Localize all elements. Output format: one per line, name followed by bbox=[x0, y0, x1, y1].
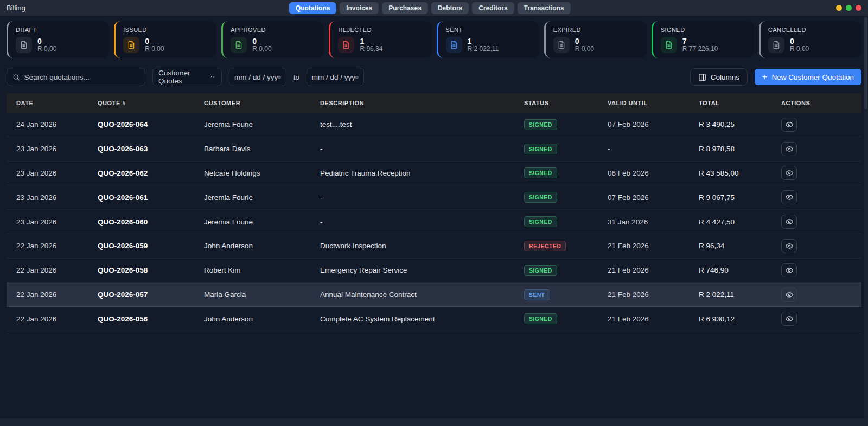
summary-card-count: 1 bbox=[360, 37, 382, 46]
quote-type-select[interactable]: Customer Quotes bbox=[152, 68, 222, 86]
eye-icon bbox=[786, 291, 793, 299]
status-doc-icon bbox=[338, 37, 354, 53]
window-button-maximize[interactable] bbox=[846, 5, 852, 11]
vertical-scrollbar[interactable] bbox=[864, 16, 868, 418]
view-quotation-button[interactable] bbox=[781, 239, 797, 253]
cell-valid-until: 21 Feb 2026 bbox=[599, 315, 690, 323]
cell-valid-until: 07 Feb 2026 bbox=[599, 193, 690, 202]
summary-card-label: SENT bbox=[446, 27, 532, 33]
tab-debtors[interactable]: Debtors bbox=[431, 2, 469, 14]
summary-card-amount: R 77 226,10 bbox=[682, 46, 718, 53]
table-row[interactable]: 22 Jan 2026 QUO-2026-057 Maria Garcia An… bbox=[7, 283, 861, 307]
summary-card-amount: R 0,00 bbox=[575, 46, 594, 53]
status-doc-icon bbox=[231, 37, 247, 53]
cell-date: 22 Jan 2026 bbox=[7, 242, 89, 250]
cell-total: R 43 585,00 bbox=[690, 169, 773, 177]
tab-invoices[interactable]: Invoices bbox=[340, 2, 379, 14]
summary-card-label: CANCELLED bbox=[768, 27, 854, 33]
table-row[interactable]: 23 Jan 2026 QUO-2026-062 Netcare Holding… bbox=[7, 162, 861, 186]
date-from-input[interactable]: mm / dd / yyy bbox=[229, 68, 286, 86]
plus-icon: + bbox=[762, 73, 767, 81]
status-badge: SIGNED bbox=[524, 144, 557, 154]
table-row[interactable]: 23 Jan 2026 QUO-2026-063 Barbara Davis -… bbox=[7, 137, 861, 162]
status-badge: SIGNED bbox=[524, 119, 557, 130]
summary-card-expired[interactable]: EXPIRED 0 R 0,00 bbox=[544, 21, 647, 58]
columns-button[interactable]: Columns bbox=[690, 68, 748, 86]
cell-customer: Jeremia Fourie bbox=[195, 120, 311, 128]
cell-valid-until: 06 Feb 2026 bbox=[599, 169, 690, 177]
horizontal-scrollbar[interactable] bbox=[0, 418, 868, 426]
cell-valid-until: - bbox=[599, 145, 690, 153]
cell-date: 23 Jan 2026 bbox=[7, 145, 89, 153]
summary-card-cancelled[interactable]: CANCELLED 0 R 0,00 bbox=[759, 21, 861, 58]
vertical-scrollbar-thumb[interactable] bbox=[864, 17, 867, 109]
table-row[interactable]: 24 Jan 2026 QUO-2026-064 Jeremia Fourie … bbox=[7, 113, 861, 137]
cell-valid-until: 21 Feb 2026 bbox=[599, 291, 690, 299]
summary-card-sent[interactable]: SENT 1 R 2 022,11 bbox=[437, 21, 539, 58]
view-quotation-button[interactable] bbox=[781, 288, 797, 302]
status-badge: SIGNED bbox=[524, 167, 557, 178]
table-row[interactable]: 22 Jan 2026 QUO-2026-058 Robert Kim Emer… bbox=[7, 259, 861, 283]
window-button-minimize[interactable] bbox=[836, 5, 842, 11]
cell-customer: Jeremia Fourie bbox=[195, 218, 311, 226]
cell-total: R 3 490,25 bbox=[690, 120, 773, 128]
search-box[interactable] bbox=[7, 68, 145, 86]
summary-card-amount: R 0,00 bbox=[252, 46, 271, 53]
summary-card-signed[interactable]: SIGNED 7 R 77 226,10 bbox=[652, 21, 754, 58]
table-row[interactable]: 23 Jan 2026 QUO-2026-061 Jeremia Fourie … bbox=[7, 185, 861, 210]
status-doc-icon bbox=[16, 37, 32, 53]
nav-tabs: QuotationsInvoicesPurchasesDebtorsCredit… bbox=[289, 2, 571, 14]
table-row[interactable]: 23 Jan 2026 QUO-2026-060 Jeremia Fourie … bbox=[7, 210, 861, 234]
eye-icon bbox=[786, 242, 793, 250]
tab-creditors[interactable]: Creditors bbox=[472, 2, 514, 14]
cell-total: R 8 978,58 bbox=[690, 145, 773, 153]
view-quotation-button[interactable] bbox=[781, 215, 797, 229]
table-row[interactable]: 22 Jan 2026 QUO-2026-056 John Anderson C… bbox=[7, 307, 861, 331]
summary-card-approved[interactable]: APPROVED 0 R 0,00 bbox=[221, 21, 324, 58]
cell-total: R 2 022,11 bbox=[690, 291, 773, 299]
summary-card-issued[interactable]: ISSUED 0 R 0,00 bbox=[114, 21, 216, 58]
summary-card-rejected[interactable]: REJECTED 1 R 96,34 bbox=[329, 21, 431, 58]
summary-card-label: DRAFT bbox=[16, 27, 101, 33]
search-input[interactable] bbox=[24, 73, 139, 81]
view-quotation-button[interactable] bbox=[781, 190, 797, 204]
tab-transactions[interactable]: Transactions bbox=[518, 2, 571, 14]
view-quotation-button[interactable] bbox=[781, 166, 797, 180]
cell-description: Complete AC System Replacement bbox=[311, 315, 515, 323]
view-quotation-button[interactable] bbox=[781, 142, 797, 156]
eye-icon bbox=[786, 267, 793, 274]
summary-card-count: 0 bbox=[252, 37, 271, 46]
cell-quote-number: QUO-2026-061 bbox=[89, 193, 195, 202]
view-quotation-button[interactable] bbox=[781, 263, 797, 277]
date-to-input[interactable]: mm / dd / yyy bbox=[307, 68, 364, 86]
cell-customer: Maria Garcia bbox=[195, 291, 311, 299]
filter-toolbar: Customer Quotes mm / dd / yyy to mm / dd… bbox=[7, 68, 861, 86]
table-row[interactable]: 22 Jan 2026 QUO-2026-059 John Anderson D… bbox=[7, 234, 861, 259]
column-header: CUSTOMER bbox=[195, 100, 311, 106]
cell-total: R 4 427,50 bbox=[690, 218, 773, 226]
summary-card-count: 1 bbox=[468, 37, 499, 46]
new-customer-quotation-button[interactable]: + New Customer Quotation bbox=[755, 69, 861, 85]
cell-customer: Netcare Holdings bbox=[195, 169, 311, 177]
cell-quote-number: QUO-2026-062 bbox=[89, 169, 195, 177]
window-button-close[interactable] bbox=[856, 5, 861, 11]
status-doc-icon bbox=[123, 37, 139, 53]
tab-purchases[interactable]: Purchases bbox=[382, 2, 428, 14]
status-badge: SENT bbox=[524, 289, 550, 300]
cell-valid-until: 21 Feb 2026 bbox=[599, 242, 690, 250]
summary-card-draft[interactable]: DRAFT 0 R 0,00 bbox=[7, 21, 109, 58]
status-badge: SIGNED bbox=[524, 216, 557, 227]
tab-quotations[interactable]: Quotations bbox=[289, 2, 336, 14]
cell-customer: Robert Kim bbox=[195, 266, 311, 274]
table-header-row: DATEQUOTE #CUSTOMERDESCRIPTIONSTATUSVALI… bbox=[7, 93, 861, 113]
cell-valid-until: 21 Feb 2026 bbox=[599, 266, 690, 274]
cell-total: R 746,90 bbox=[690, 266, 773, 274]
view-quotation-button[interactable] bbox=[781, 312, 797, 326]
eye-icon bbox=[786, 218, 793, 225]
cell-customer: Jeremia Fourie bbox=[195, 193, 311, 202]
eye-icon bbox=[786, 169, 793, 177]
column-header: DESCRIPTION bbox=[311, 100, 515, 106]
cell-customer: John Anderson bbox=[195, 315, 311, 323]
view-quotation-button[interactable] bbox=[781, 118, 797, 132]
summary-card-count: 0 bbox=[575, 37, 594, 46]
